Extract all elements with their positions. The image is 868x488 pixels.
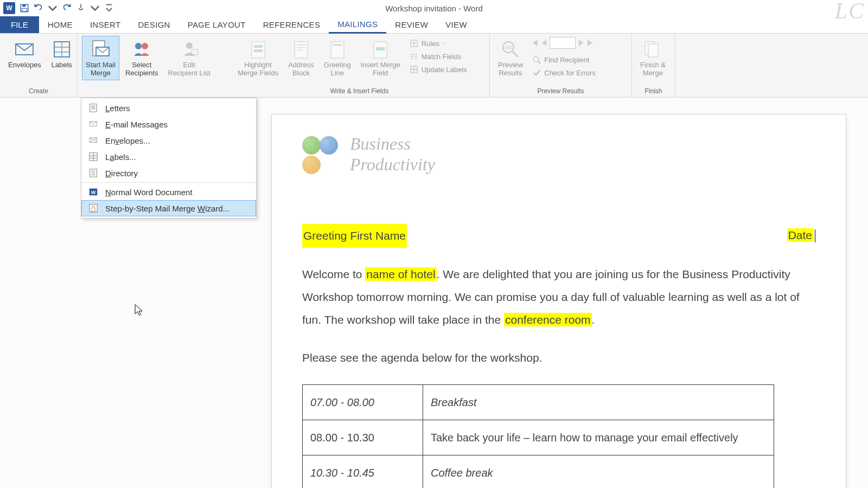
dd-labels[interactable]: Labels... — [81, 149, 256, 165]
edit-recipient-list-button[interactable]: Edit Recipient List — [164, 36, 214, 80]
tab-view[interactable]: VIEW — [437, 16, 476, 33]
tab-references[interactable]: REFERENCES — [254, 16, 329, 33]
envelopes-label: Envelopes — [8, 61, 41, 69]
text-cursor — [815, 229, 815, 242]
dd-directory[interactable]: Directory — [81, 165, 256, 181]
check-errors-button[interactable]: Check for Errors — [530, 67, 598, 78]
record-number-input[interactable] — [550, 37, 576, 49]
tab-home[interactable]: HOME — [39, 16, 81, 33]
update-labels-button[interactable]: Update Labels — [407, 64, 469, 75]
next-record-icon[interactable] — [578, 38, 584, 47]
group-preview-label: Preview Results — [493, 86, 628, 97]
undo-icon[interactable] — [34, 3, 43, 13]
document-page[interactable]: Business Productivity Greeting First Nam… — [271, 114, 846, 488]
finish-icon — [642, 38, 663, 60]
dd-letters[interactable]: Letters — [81, 100, 256, 116]
agenda-time[interactable]: 10.30 - 10.45 — [303, 455, 423, 488]
svg-rect-17 — [254, 49, 263, 52]
chevron-down-icon — [443, 41, 447, 46]
agenda-item[interactable]: Coffee break — [423, 455, 774, 488]
hotel-merge-field[interactable]: name of hotel — [365, 267, 436, 281]
last-record-icon[interactable] — [586, 38, 595, 47]
paragraph-1[interactable]: Welcome to name of hotel. We are delight… — [302, 263, 815, 331]
title-bar: W Workshop invitation - Word LC — [0, 0, 868, 16]
agenda-table[interactable]: 07.00 - 08.00 Breakfast 08.00 - 10.30 Ta… — [302, 384, 774, 488]
company-logo: Business Productivity — [302, 133, 815, 175]
svg-rect-2 — [22, 9, 27, 11]
dd-normal[interactable]: W Normal Word Document — [81, 182, 256, 200]
select-recipients-button[interactable]: Select Recipients — [122, 36, 162, 80]
envelope-small-icon — [88, 136, 99, 145]
tab-page-layout[interactable]: PAGE LAYOUT — [179, 16, 254, 33]
svg-point-13 — [186, 42, 193, 49]
first-record-icon[interactable] — [530, 38, 539, 47]
highlight-merge-fields-button[interactable]: Highlight Merge Fields — [234, 36, 282, 80]
ribbon-tabs: FILE HOME INSERT DESIGN PAGE LAYOUT REFE… — [0, 16, 868, 34]
svg-point-11 — [135, 43, 142, 49]
table-row[interactable]: 07.00 - 08.00 Breakfast — [303, 384, 774, 420]
address-block-button[interactable]: Address Block — [284, 36, 318, 80]
find-recipient-label: Find Recipient — [544, 56, 589, 64]
dd-wizard[interactable]: Step-by-Step Mail Merge Wizard... — [81, 200, 256, 216]
labels-small-icon — [88, 152, 99, 162]
rules-button[interactable]: Rules — [407, 38, 469, 49]
labels-icon — [51, 38, 73, 60]
redo-icon[interactable] — [62, 3, 72, 13]
document-body[interactable]: Greeting First Name Date Welcome to name… — [302, 224, 815, 488]
room-merge-field[interactable]: conference room — [504, 313, 592, 326]
touch-mode-icon[interactable] — [76, 3, 86, 13]
start-mail-merge-button[interactable]: Start Mail Merge — [82, 36, 119, 80]
table-row[interactable]: 10.30 - 10.45 Coffee break — [303, 455, 774, 488]
dd-email[interactable]: E-mail Messages — [81, 116, 256, 132]
dd-envelopes[interactable]: Envelopes... — [81, 132, 256, 149]
find-recipient-button[interactable]: Find Recipient — [530, 54, 598, 65]
preview-results-button[interactable]: ABC Preview Results — [494, 36, 527, 80]
agenda-time[interactable]: 07.00 - 08.00 — [303, 384, 423, 420]
date-merge-field[interactable]: Date — [787, 228, 813, 242]
svg-rect-37 — [90, 104, 97, 112]
svg-rect-25 — [376, 47, 385, 50]
quick-access-toolbar: W — [0, 2, 114, 14]
prev-record-icon[interactable] — [541, 38, 547, 47]
highlight-merge-fields-label: Highlight Merge Fields — [238, 61, 278, 78]
update-icon — [410, 65, 418, 74]
tab-insert[interactable]: INSERT — [81, 16, 130, 33]
labels-button[interactable]: Labels — [47, 36, 76, 72]
tab-file[interactable]: FILE — [0, 16, 39, 33]
greeting-merge-field[interactable]: Greeting First Name — [302, 224, 407, 248]
greeting-line-button[interactable]: Greeting Line — [320, 36, 355, 80]
svg-rect-18 — [295, 42, 308, 58]
address-block-label: Address Block — [288, 61, 314, 78]
select-recipients-label: Select Recipients — [125, 61, 158, 78]
agenda-item[interactable]: Take back your life – learn how to manag… — [423, 420, 774, 455]
insert-field-icon — [369, 38, 391, 60]
insert-merge-field-label: Insert Merge Field — [361, 61, 400, 78]
finish-merge-button[interactable]: Finish & Merge — [636, 36, 669, 80]
check-icon — [532, 68, 541, 77]
update-labels-label: Update Labels — [422, 66, 467, 74]
agenda-time[interactable]: 08.00 - 10.30 — [303, 420, 423, 455]
match-fields-button[interactable]: Match Fields — [407, 51, 469, 62]
agenda-item[interactable]: Breakfast — [423, 384, 774, 420]
svg-text:W: W — [91, 190, 96, 195]
tab-mailings[interactable]: MAILINGS — [329, 16, 386, 34]
save-icon[interactable] — [20, 3, 29, 13]
start-mail-merge-dropdown: Letters E-mail Messages Envelopes... Lab… — [81, 98, 257, 219]
group-finish-label: Finish — [635, 86, 672, 97]
undo-dropdown-icon[interactable] — [48, 3, 58, 13]
svg-line-32 — [513, 52, 518, 57]
customize-qat-icon[interactable] — [104, 3, 114, 13]
window-title: Workshop invitation - Word — [385, 4, 483, 13]
search-icon — [532, 55, 541, 64]
touch-dropdown-icon[interactable] — [90, 3, 100, 13]
tab-review[interactable]: REVIEW — [386, 16, 437, 33]
group-preview: ABC Preview Results Find Recipient C — [490, 34, 632, 97]
directory-icon — [88, 168, 99, 178]
svg-rect-16 — [254, 45, 263, 48]
envelopes-button[interactable]: Envelopes — [4, 36, 45, 72]
insert-merge-field-button[interactable]: Insert Merge Field — [357, 36, 404, 80]
table-row[interactable]: 08.00 - 10.30 Take back your life – lear… — [303, 420, 774, 455]
mail-merge-icon — [90, 38, 111, 60]
tab-design[interactable]: DESIGN — [129, 16, 178, 33]
paragraph-2[interactable]: Please see the agenda below for the work… — [302, 346, 815, 369]
